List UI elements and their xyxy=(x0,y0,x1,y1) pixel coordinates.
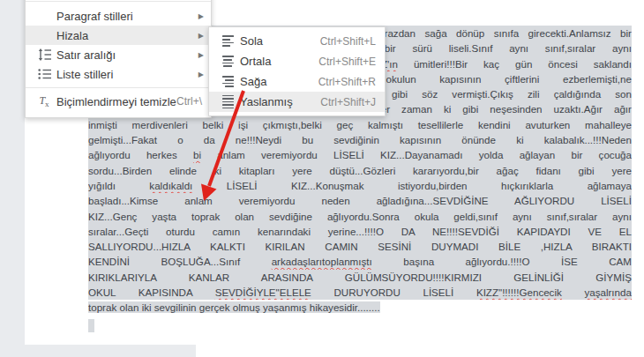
chevron-right-icon: ▶ xyxy=(198,32,204,40)
doc-line[interactable]: yığıldı kaldıkaldı LİSELİ KIZ...Konuşmak… xyxy=(88,178,632,193)
selection-end-stub xyxy=(88,319,94,332)
doc-line[interactable]: ağlıyordu herkes bi anlam veremiyordu Lİ… xyxy=(88,147,632,162)
doc-line[interactable]: KENDİNİ BOŞLUĞA...Sınıf arkadaşlarıtopla… xyxy=(88,254,632,269)
menu-item-hizala[interactable]: Hizala ▶ xyxy=(26,26,211,45)
doc-line[interactable]: toprak olan iki sevgilinin gerçek olmuş … xyxy=(88,300,632,315)
shortcut-label: Ctrl+Shift+L xyxy=(320,35,376,48)
doc-line[interactable]: KIRIKLARIYLA KANLAR ARASINDA GÜLÜMSÜYORD… xyxy=(88,270,632,285)
submenu-item-ortala[interactable]: Ortala Ctrl+Shift+E xyxy=(209,51,385,71)
page-margin-bottom xyxy=(0,345,196,357)
chevron-right-icon: ▶ xyxy=(198,71,204,78)
chevron-right-icon: ▶ xyxy=(198,12,204,20)
format-context-menu: Paragraf stilleri ▶ Hizala ▶ xyxy=(25,0,212,118)
clear-formatting-icon: Tx xyxy=(37,94,51,108)
chevron-right-icon: ▶ xyxy=(198,51,204,59)
menu-separator xyxy=(26,1,211,2)
submenu-item-yaslanmis[interactable]: Yaslanmış Ctrl+Shift+J xyxy=(209,92,385,112)
doc-line[interactable]: inmişti merdivenleri belki işi çıkmıştı,… xyxy=(88,117,632,132)
google-docs-canvas: Okula gelmişti yine sabah erkenden her z… xyxy=(0,0,644,357)
menu-item-satir-araligi[interactable]: Satır aralığı ▶ xyxy=(26,45,211,64)
shortcut-label: Ctrl+Shift+E xyxy=(318,56,376,68)
shortcut-label: Ctrl+Shift+J xyxy=(320,96,376,108)
shortcut-label: Ctrl+\ xyxy=(176,95,202,108)
menu-item-bicimlendirmeyi-temizle[interactable]: Tx Biçimlendirmeyi temizle Ctrl+\ xyxy=(26,92,211,111)
shortcut-label: Ctrl+Shift+R xyxy=(318,76,376,88)
doc-line[interactable]: sordu...Birden elinde ki kitapları yere … xyxy=(88,163,632,178)
align-left-icon xyxy=(221,35,235,46)
alignment-submenu: Sola Ctrl+Shift+L Ortala Ctrl+Shift+E Sa… xyxy=(208,26,386,116)
page-margin-left xyxy=(0,0,25,357)
doc-line[interactable]: gelmişti...Fakat o da ne!!!Neydi bu sevd… xyxy=(88,132,632,147)
list-icon xyxy=(37,68,51,80)
menu-separator xyxy=(26,87,211,88)
menu-item-liste-stilleri[interactable]: Liste stilleri ▶ xyxy=(26,64,211,84)
submenu-item-sola[interactable]: Sola Ctrl+Shift+L xyxy=(209,31,385,51)
doc-line[interactable]: sıralar...Geçti oturdu camın kenarındaki… xyxy=(88,224,632,239)
doc-line[interactable]: başladı...Kimse anlam veremiyordu neden … xyxy=(88,193,632,208)
doc-line[interactable]: SALLIYORDU...HIZLA KALKTI KIRILAN CAMIN … xyxy=(88,239,632,254)
align-center-icon xyxy=(221,56,235,66)
line-spacing-icon xyxy=(37,48,51,61)
align-justify-icon xyxy=(221,95,235,109)
menu-item-paragraf-stilleri[interactable]: Paragraf stilleri ▶ xyxy=(26,6,211,26)
doc-line[interactable]: OKUL KAPISINDA SEVDİĞİYLE"ELELE DURUYORD… xyxy=(88,285,632,300)
align-right-icon xyxy=(221,76,235,86)
doc-line[interactable]: KIZ...Genç yaşta toprak olan sevdiğine a… xyxy=(88,209,632,224)
submenu-item-saga[interactable]: Sağa Ctrl+Shift+R xyxy=(209,71,385,92)
